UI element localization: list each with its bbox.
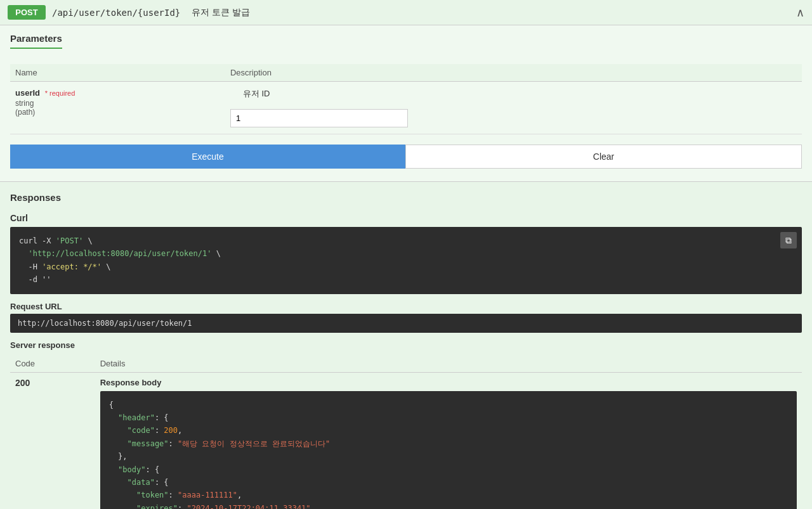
col-description: Description (225, 64, 802, 82)
param-location: (path) (15, 108, 35, 117)
table-row: 200 Response body { "header": { "code": … (10, 372, 802, 509)
parameters-table: Name Description userId * required strin… (10, 64, 802, 134)
api-path: /api/user/token/{userId} (52, 8, 180, 18)
param-name: userId (15, 88, 40, 98)
responses-section: Responses Curl curl -X 'POST' \ 'http://… (0, 182, 812, 509)
curl-copy-button[interactable]: ⧉ (780, 232, 797, 248)
action-buttons: Execute Clear (10, 145, 802, 169)
response-body-label: Response body (100, 378, 797, 387)
col-code: Code (10, 355, 95, 373)
request-url-box: http://localhost:8080/api/user/token/1 (10, 314, 802, 333)
execute-button[interactable]: Execute (10, 145, 405, 169)
server-response-label: Server response (10, 340, 802, 350)
required-badge: * required (45, 89, 75, 97)
param-description: 유저 ID (230, 88, 797, 100)
api-header-left: POST /api/user/token/{userId} 유저 토큰 발급 (8, 5, 250, 20)
curl-block: curl -X 'POST' \ 'http://localhost:8080/… (10, 227, 802, 294)
api-description: 유저 토큰 발급 (192, 7, 250, 18)
parameters-title: Parameters (10, 33, 62, 49)
api-header: POST /api/user/token/{userId} 유저 토큰 발급 ∧ (0, 0, 812, 25)
table-row: userId * required string (path) 유저 ID (10, 82, 802, 134)
response-body-block: { "header": { "code": 200, "message": "해… (100, 391, 797, 509)
col-name: Name (10, 64, 225, 82)
param-type: string (15, 99, 34, 108)
clear-button[interactable]: Clear (405, 145, 802, 169)
userid-input[interactable] (230, 109, 408, 127)
method-badge: POST (8, 5, 46, 20)
response-table: Code Details 200 Response body { "header… (10, 355, 802, 509)
collapse-button[interactable]: ∧ (796, 6, 804, 20)
responses-title: Responses (10, 192, 802, 203)
api-container: POST /api/user/token/{userId} 유저 토큰 발급 ∧… (0, 0, 812, 509)
request-url-label: Request URL (10, 302, 802, 311)
curl-label: Curl (10, 213, 802, 223)
response-code: 200 (10, 372, 95, 509)
col-details: Details (95, 355, 802, 373)
parameters-section: Parameters Cancel Name Description userI… (0, 25, 812, 181)
